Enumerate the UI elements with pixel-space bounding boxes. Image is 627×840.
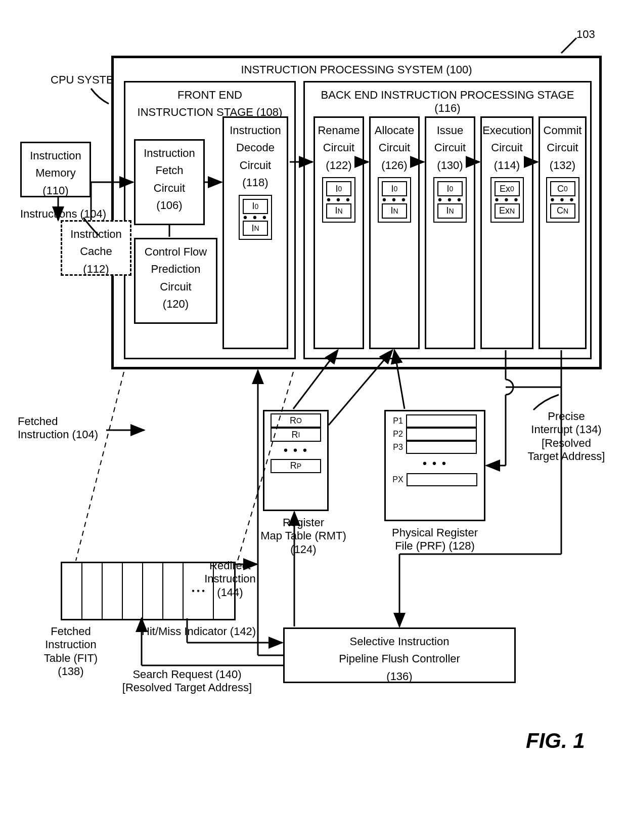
instructions-label: Instructions (104)	[20, 207, 106, 221]
instruction-memory-box: Instruction Memory (110)	[20, 142, 91, 197]
precise-interrupt-label: PreciseInterrupt (134)[ResolvedTarget Ad…	[516, 410, 617, 464]
prf-box: P1 P2 P3 • • • PX	[384, 410, 485, 521]
fetch-circuit-box: Instruction Fetch Circuit (106)	[134, 139, 205, 225]
instruction-cache-box: Instruction Cache (112)	[61, 220, 131, 276]
prf-label: Physical Register File (PRF) (128)	[384, 526, 485, 553]
fetched-instruction-label: FetchedInstruction (104)	[18, 415, 109, 442]
redirect-label: RedirectInstruction(144)	[197, 559, 263, 599]
execution-circuit-box: Execution Circuit (114) Ex0 • • • ExN	[480, 116, 533, 349]
hit-miss-label: Hit/Miss Indicator (142)	[142, 625, 256, 638]
diagram-canvas: CPU SYSTEM (102) 103 INSTRUCTION PROCESS…	[10, 10, 617, 830]
fit-label: Fetched Instruction Table (FIT) (138)	[25, 625, 116, 679]
commit-circuit-box: Commit Circuit (132) C0 • • • CN	[539, 116, 587, 349]
search-request-label: Search Request (140)[Resolved Target Add…	[111, 668, 263, 695]
front-end-title1: FRONT END	[177, 89, 242, 102]
ref-103: 103	[576, 28, 595, 41]
rmt-label: Register Map Table (RMT) (124)	[253, 516, 354, 556]
ips-title: INSTRUCTION PROCESSING SYSTEM (100)	[241, 63, 472, 76]
rename-circuit-box: Rename Circuit (122) I0 • • • IN	[314, 116, 364, 349]
svg-line-10	[76, 372, 124, 561]
back-end-title: BACK END INSTRUCTION PROCESSING STAGE (1…	[309, 89, 586, 115]
flush-controller-box: Selective Instruction Pipeline Flush Con…	[283, 627, 516, 683]
figure-label: FIG. 1	[526, 729, 585, 753]
prediction-circuit-box: Control Flow Prediction Circuit (120)	[134, 238, 217, 324]
rmt-box: RO RI • • • RP	[263, 410, 329, 511]
allocate-circuit-box: Allocate Circuit (126) I0 • • • IN	[369, 116, 420, 349]
decode-circuit-box: Instruction Decode Circuit (118) I0 • • …	[222, 116, 288, 349]
issue-circuit-box: Issue Circuit (130) I0 • • • IN	[425, 116, 475, 349]
